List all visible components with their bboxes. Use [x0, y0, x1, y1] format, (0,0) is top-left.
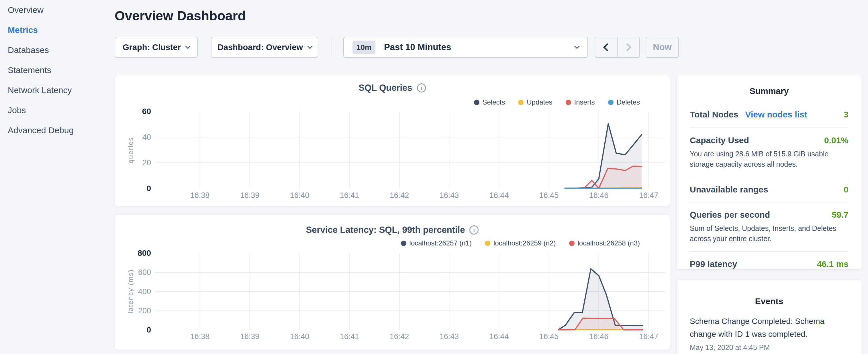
time-range-label: Past 10 Minutes	[384, 42, 451, 53]
svg-text:16:40: 16:40	[290, 191, 309, 200]
svg-text:16:47: 16:47	[639, 332, 658, 341]
summary-row-capacity-used: Capacity Used 0.01% You are using 28.6 M…	[690, 128, 848, 177]
events-panel: Events Schema Change Completed: Schema c…	[676, 280, 862, 354]
time-step-buttons	[595, 37, 640, 58]
dashboard-dropdown-label: Dashboard: Overview	[217, 43, 303, 52]
event-item[interactable]: Schema Change Completed: Schema change w…	[690, 315, 848, 352]
svg-text:600: 600	[138, 268, 151, 277]
svg-text:16:47: 16:47	[639, 191, 658, 200]
page-title: Overview Dashboard	[115, 8, 246, 24]
toolbar-divider	[332, 37, 332, 57]
summary-title: Summary	[690, 86, 848, 96]
sidebar-item-jobs[interactable]: Jobs	[8, 100, 105, 120]
svg-text:16:41: 16:41	[340, 191, 359, 200]
graph-dropdown[interactable]: Graph: Cluster	[115, 37, 198, 58]
svg-text:60: 60	[142, 107, 151, 116]
service-latency-chart[interactable]: 16:3816:3916:4016:4116:4216:4316:4416:45…	[115, 215, 670, 350]
svg-text:0: 0	[147, 184, 151, 193]
time-range-dropdown[interactable]: 10m Past 10 Minutes	[343, 37, 588, 58]
svg-text:16:38: 16:38	[190, 332, 210, 341]
svg-text:400: 400	[138, 287, 151, 296]
now-button[interactable]: Now	[646, 37, 679, 58]
svg-text:16:40: 16:40	[290, 332, 309, 341]
summary-panel: Summary Total Nodes View nodes list 3 Ca…	[676, 75, 862, 269]
summary-row-description: You are using 28.6 MiB of 515.9 GiB usab…	[690, 149, 848, 169]
summary-row-queries-per-second: Queries per second 59.7 Sum of Selects, …	[690, 202, 848, 252]
view-nodes-list-link[interactable]: View nodes list	[745, 110, 807, 120]
summary-row-unavailable-ranges: Unavailable ranges 0	[690, 177, 848, 202]
summary-row-label: Total Nodes	[690, 110, 738, 120]
svg-text:40: 40	[143, 133, 151, 141]
event-text: Schema Change Completed: Schema change w…	[690, 315, 827, 341]
sidebar-item-overview[interactable]: Overview	[8, 0, 105, 20]
svg-text:16:44: 16:44	[490, 191, 509, 200]
summary-row-label: Capacity Used	[690, 135, 749, 145]
summary-row-description: Sum of Selects, Updates, Inserts, and De…	[690, 223, 848, 244]
chevron-left-icon	[603, 43, 611, 51]
svg-text:16:43: 16:43	[440, 332, 459, 341]
svg-text:16:45: 16:45	[539, 191, 559, 200]
summary-row-label: P99 latency	[690, 259, 737, 269]
sidebar-item-statements[interactable]: Statements	[8, 60, 105, 80]
summary-row-value: 3	[844, 110, 848, 120]
summary-row-value: 0	[844, 185, 848, 194]
summary-row-total-nodes: Total Nodes View nodes list 3	[690, 96, 848, 128]
next-time-button[interactable]	[617, 37, 639, 57]
events-title: Events	[690, 296, 848, 306]
event-timestamp: May 13, 2020 at 4:45 PM	[690, 344, 848, 352]
service-latency-chart-card: Service Latency: SQL, 99th percentile lo…	[115, 214, 670, 350]
chevron-right-icon	[623, 43, 631, 51]
dashboard-dropdown[interactable]: Dashboard: Overview	[211, 37, 318, 58]
svg-text:16:42: 16:42	[390, 191, 409, 200]
summary-row-label: Unavailable ranges	[690, 185, 768, 194]
summary-row-value: 46.1 ms	[817, 259, 848, 269]
db-console-page: Overview Metrics Databases Statements Ne…	[0, 0, 868, 354]
svg-text:16:45: 16:45	[539, 332, 559, 341]
sql-queries-chart[interactable]: 16:3816:3916:4016:4116:4216:4316:4416:45…	[115, 75, 670, 206]
time-range-badge: 10m	[352, 41, 375, 54]
svg-text:0: 0	[147, 325, 151, 334]
summary-row-value: 59.7	[832, 210, 848, 220]
svg-text:200: 200	[138, 307, 151, 315]
svg-text:16:39: 16:39	[240, 332, 260, 341]
sql-queries-chart-card: SQL Queries SelectsUpdatesInsertsDeletes…	[115, 75, 670, 206]
summary-row-value: 0.01%	[824, 135, 848, 145]
sidebar-item-network-latency[interactable]: Network Latency	[8, 80, 105, 100]
sidebar-item-metrics[interactable]: Metrics	[8, 20, 105, 40]
svg-text:16:44: 16:44	[490, 332, 509, 341]
svg-text:16:46: 16:46	[589, 332, 609, 341]
chevron-down-icon	[574, 43, 580, 49]
svg-text:16:38: 16:38	[190, 191, 210, 200]
chevron-down-icon	[185, 43, 190, 49]
svg-text:16:46: 16:46	[589, 191, 609, 200]
sidebar-item-advanced-debug[interactable]: Advanced Debug	[8, 120, 105, 140]
sidebar: Overview Metrics Databases Statements Ne…	[8, 0, 105, 140]
prev-time-button[interactable]	[595, 37, 617, 57]
svg-text:800: 800	[137, 249, 151, 257]
chevron-down-icon	[307, 43, 312, 49]
svg-text:16:43: 16:43	[440, 191, 459, 200]
summary-row-label: Queries per second	[690, 210, 770, 220]
svg-text:20: 20	[143, 158, 151, 167]
svg-text:16:39: 16:39	[240, 191, 260, 200]
summary-row-p99-latency: P99 latency 46.1 ms	[690, 252, 848, 277]
sidebar-item-databases[interactable]: Databases	[8, 40, 105, 60]
svg-text:16:41: 16:41	[340, 332, 359, 341]
svg-text:16:42: 16:42	[390, 332, 409, 341]
graph-dropdown-label: Graph: Cluster	[123, 43, 181, 52]
